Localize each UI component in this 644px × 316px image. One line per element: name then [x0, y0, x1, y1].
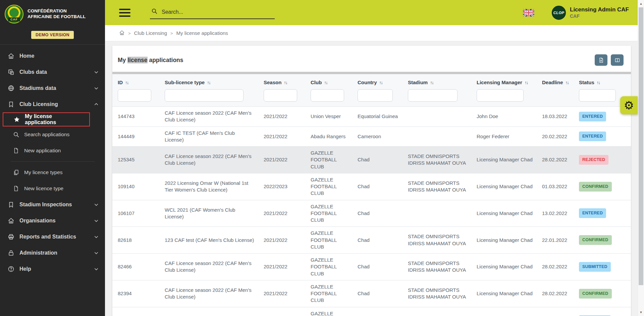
- cell-id: 106107: [112, 210, 159, 217]
- export-excel-button[interactable]: [595, 54, 607, 66]
- breadcrumb-current: My license applications: [176, 30, 228, 36]
- table-row[interactable]: 144449CAF IC TEST (CAF Men's Club Licens…: [112, 126, 631, 147]
- home-icon[interactable]: [119, 30, 125, 37]
- star-icon: [13, 116, 20, 123]
- cell-licensing_manager: Licensing Manager Chad: [471, 210, 537, 217]
- sidebar-item-my-licence-types[interactable]: My licence types: [0, 164, 105, 180]
- column-header-id[interactable]: ID: [112, 79, 159, 86]
- sidebar-item-my-license-applications[interactable]: My license applications: [3, 112, 90, 126]
- sort-icon[interactable]: [566, 80, 569, 85]
- filter-input-sub_licence_type[interactable]: [165, 89, 244, 102]
- column-header-country[interactable]: Country: [352, 79, 402, 86]
- sort-icon[interactable]: [597, 80, 600, 85]
- cell-sub_licence_type: 123 CAF test (CAF Men's Club License): [159, 237, 258, 244]
- table-row[interactable]: 125345CAF Licence season 2022 (CAF Men's…: [112, 146, 631, 173]
- search-input[interactable]: [162, 9, 273, 15]
- status-badge: ENTERED: [579, 112, 606, 121]
- cell-deadline: 28.02.2022: [537, 290, 574, 297]
- table-row[interactable]: 82394CAF Licence season 2022 (CAF Men's …: [112, 280, 631, 307]
- bookmark-icon: [7, 201, 15, 208]
- cell-country: Chad: [352, 263, 402, 270]
- filter-input-licensing_manager[interactable]: [477, 89, 524, 102]
- sidebar-item-help[interactable]: Help: [0, 261, 105, 277]
- sidebar-item-stadiums-data[interactable]: Stadiums data: [0, 80, 105, 96]
- filter-cell-season: [258, 89, 305, 102]
- breadcrumb-club-licensing[interactable]: Club Licensing: [134, 30, 167, 36]
- filter-input-season[interactable]: [264, 89, 297, 102]
- table-header-row: IDSub-licence typeSeasonClubCountryStadi…: [112, 74, 631, 86]
- column-header-status[interactable]: Status: [574, 79, 624, 86]
- horizontal-scrollbar[interactable]: [112, 72, 631, 74]
- sort-icon[interactable]: [379, 80, 383, 85]
- column-label: Season: [264, 80, 281, 85]
- user-menu[interactable]: CLOP Licensing Admin CAF CAF: [552, 6, 629, 20]
- table-row[interactable]: 106107WCL 2021 (CAF Women's Club License…: [112, 200, 631, 227]
- sort-icon[interactable]: [125, 80, 128, 85]
- sidebar-item-new-application[interactable]: New application: [0, 143, 105, 159]
- column-header-sub_licence_type[interactable]: Sub-licence type: [159, 79, 258, 86]
- table-row[interactable]: 144743CAF Licence season 2022 (CAF Men's…: [112, 106, 631, 126]
- cell-country: Chad: [352, 156, 402, 163]
- app-window: CAF CONFÉDÉRATION AFRICAINE DE FOOTBALL …: [0, 0, 638, 316]
- printer-icon: [7, 233, 15, 241]
- cell-status: ENTERED: [574, 112, 624, 121]
- cell-status: REJECTED: [574, 155, 624, 165]
- cell-sub_licence_type: CAF Licence season 2022 (CAF Men's Club …: [159, 153, 258, 167]
- sort-icon[interactable]: [284, 80, 287, 85]
- menu-toggle-button[interactable]: [119, 9, 130, 17]
- lock-icon: [7, 249, 15, 257]
- table-row[interactable]: 78477123 CAF test (CAF Men's Club Licens…: [112, 307, 631, 316]
- sidebar-item-club-licensing[interactable]: Club Licensing: [0, 96, 105, 112]
- filter-cell-sub_licence_type: [159, 89, 258, 102]
- vertical-scrollbar[interactable]: [638, 0, 644, 316]
- column-header-licensing_manager[interactable]: Licensing Manager: [471, 79, 537, 86]
- settings-gear-button[interactable]: [620, 96, 638, 114]
- sort-icon[interactable]: [324, 80, 327, 85]
- sidebar-item-clubs-data[interactable]: Clubs data: [0, 64, 105, 80]
- sidebar-item-administration[interactable]: Administration: [0, 245, 105, 261]
- cell-stadium: STADE OMNISPORTS IDRISS MAHAMAT OUYA: [402, 153, 471, 167]
- user-name: Licensing Admin CAF: [570, 6, 629, 13]
- sort-icon[interactable]: [525, 80, 528, 85]
- filter-cell-licensing_manager: [471, 89, 537, 102]
- scroll-up-icon[interactable]: [638, 1, 644, 7]
- cell-sub_licence_type: CAF Licence season 2022 (CAF Men's Club …: [159, 287, 258, 301]
- building-icon: [7, 217, 15, 224]
- sidebar-item-new-licence-type[interactable]: New licence type: [0, 180, 105, 197]
- scroll-down-icon[interactable]: [638, 309, 644, 315]
- sidebar-item-search-applications[interactable]: Search applications: [0, 126, 105, 143]
- table-row[interactable]: 1091402022 Licensing Omar W (National 1s…: [112, 173, 631, 200]
- file-icon: [13, 147, 19, 154]
- column-header-deadline[interactable]: Deadline: [537, 79, 574, 86]
- cell-status: CONFIRMED: [574, 182, 624, 192]
- column-header-stadium[interactable]: Stadium: [402, 79, 471, 86]
- sidebar-item-home[interactable]: Home: [0, 48, 105, 64]
- cell-stadium: STADE OMNISPORTS IDRISS MAHAMAT OUYA: [402, 233, 471, 247]
- sort-icon[interactable]: [207, 80, 210, 85]
- scrollbar-thumb[interactable]: [639, 7, 643, 285]
- filter-input-status[interactable]: [579, 89, 616, 102]
- sidebar-item-reports-statistics[interactable]: Reports and Statistics: [0, 229, 105, 245]
- column-label: ID: [118, 80, 123, 85]
- filter-input-club[interactable]: [311, 89, 344, 102]
- column-header-season[interactable]: Season: [258, 79, 305, 86]
- filter-input-id[interactable]: [118, 89, 151, 102]
- applications-table: IDSub-licence typeSeasonClubCountryStadi…: [112, 74, 631, 316]
- filter-cell-deadline: [537, 89, 574, 102]
- cell-stadium: STADE OMNISPORTS IDRISS MAHAMAT OUYA: [402, 287, 471, 301]
- sort-icon[interactable]: [430, 80, 433, 85]
- table-row[interactable]: 82466CAF Licence season 2022 (CAF Men's …: [112, 253, 631, 280]
- topbar: CLOP Licensing Admin CAF CAF: [105, 0, 638, 25]
- column-header-club[interactable]: Club: [305, 79, 352, 86]
- filter-input-country[interactable]: [358, 89, 393, 102]
- table-row[interactable]: 82618123 CAF test (CAF Men's Club Licens…: [112, 226, 631, 253]
- sidebar-item-stadium-inspections[interactable]: Stadium Inspections: [0, 197, 105, 213]
- filter-cell-club: [305, 89, 352, 102]
- language-flag-icon[interactable]: [523, 9, 534, 16]
- columns-settings-button[interactable]: [611, 54, 624, 66]
- sidebar-item-organisations[interactable]: Organisations: [0, 213, 105, 229]
- filter-input-stadium[interactable]: [408, 89, 458, 102]
- chevron-down-icon: [94, 202, 99, 207]
- column-label: Sub-licence type: [165, 80, 205, 85]
- chevron-down-icon: [94, 234, 99, 240]
